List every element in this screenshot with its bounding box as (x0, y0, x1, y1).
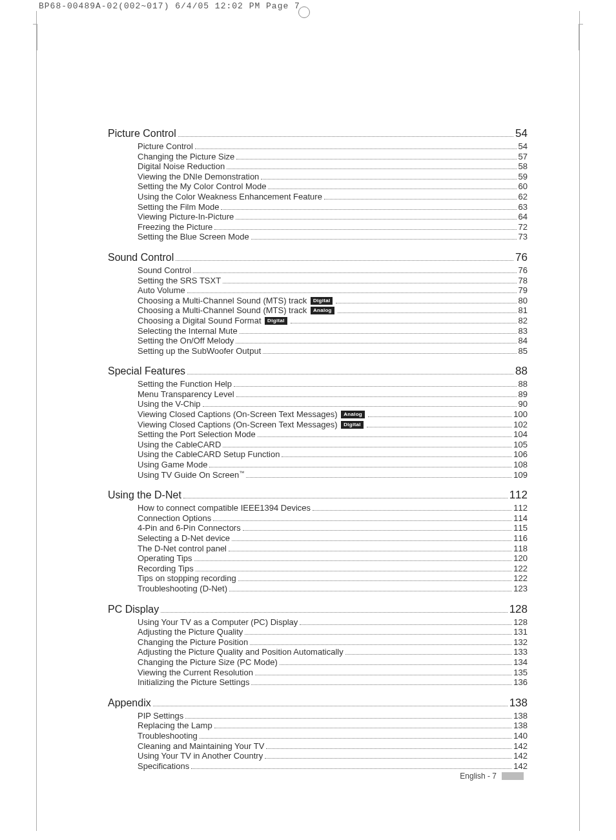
leader-dots (236, 396, 517, 397)
entry-label: Tips on stopping recording (138, 573, 236, 584)
entry-page: 122 (513, 564, 528, 574)
toc-section: Sound Control76Sound Control76Setting th… (108, 251, 528, 356)
toc-entry: Operating Tips120 (138, 553, 528, 564)
leader-dots (227, 169, 516, 169)
entry-label: Adjusting the Picture Quality and Positi… (138, 647, 344, 657)
entry-page: 60 (518, 181, 528, 192)
toc-entry: Troubleshooting (D-Net)123 (138, 584, 528, 594)
toc-entry: Using the Color Weakness Enhancement Fea… (138, 192, 528, 202)
entry-page: 83 (518, 326, 528, 336)
section-page: 54 (515, 127, 528, 140)
entry-page: 123 (513, 584, 528, 594)
entry-page: 59 (518, 172, 528, 182)
leader-dots (238, 580, 512, 581)
toc-entry: Tips on stopping recording122 (138, 573, 528, 584)
leader-dots (282, 456, 511, 457)
entry-page: 58 (518, 161, 528, 172)
toc-entry: Cleaning and Maintaining Your TV142 (138, 741, 528, 752)
toc-section: Picture Control54Picture Control54Changi… (108, 127, 528, 242)
toc-entry: Using Your TV as a Computer (PC) Display… (138, 617, 528, 628)
section-title: Special Features (108, 365, 185, 377)
section-page: 138 (509, 697, 528, 710)
entry-page: 132 (513, 637, 528, 648)
leader-dots (229, 551, 511, 551)
entry-label: Selecting the Internal Mute (138, 326, 238, 336)
entry-page: 104 (513, 429, 528, 440)
leader-dots (255, 675, 511, 675)
entry-page: 84 (518, 336, 528, 346)
entry-page: 131 (513, 627, 528, 637)
entry-page: 73 (518, 232, 528, 242)
section-page: 88 (515, 365, 528, 378)
leader-dots (187, 374, 513, 374)
entry-label: Using the CableCARD (138, 440, 221, 450)
entry-page: 142 (513, 751, 528, 761)
digital-badge: Digital (311, 297, 333, 305)
entry-label: Viewing Picture-In-Picture (138, 212, 234, 222)
entry-label: Replacing the Lamp (138, 721, 212, 731)
leader-dots (209, 467, 511, 467)
toc-entry: Changing the Picture Size57 (138, 152, 528, 162)
page: Picture Control54Picture Control54Changi… (36, 11, 580, 831)
entry-label: Using Game Mode (138, 460, 207, 470)
toc-entry: Changing the Picture Size (PC Mode)134 (138, 657, 528, 668)
entry-label: Using Your TV in Another Country (138, 751, 263, 761)
entry-page: 128 (513, 617, 528, 628)
entry-label: Auto Volume (138, 285, 185, 296)
entry-page: 134 (513, 657, 528, 668)
leader-dots (194, 560, 512, 561)
entry-page: 112 (513, 503, 528, 513)
toc-entry: Choosing a Multi-Channel Sound (MTS) tra… (138, 296, 528, 306)
leader-dots (291, 323, 517, 323)
entry-label: Viewing the DNIe Demonstration (138, 172, 259, 182)
entry-label: The D-Net control panel (138, 544, 227, 554)
entry-label: Initializing the Picture Settings (138, 677, 249, 688)
section-title: Sound Control (108, 252, 174, 263)
section-page: 76 (515, 251, 528, 264)
leader-dots (214, 728, 512, 728)
toc-entry: Troubleshooting140 (138, 731, 528, 741)
footer-text: English - 7 (460, 772, 497, 781)
entry-label: Troubleshooting (D-Net) (138, 584, 227, 594)
toc-entry: Setting the Function Help88 (138, 379, 528, 389)
section-heading: Picture Control54 (108, 127, 528, 140)
toc-entry: Freezing the Picture72 (138, 222, 528, 232)
toc-entry: Choosing a Digital Sound Format Digital8… (138, 316, 528, 326)
leader-dots (191, 768, 511, 769)
entry-label: Selecting a D-Net device (138, 533, 230, 544)
entry-page: 54 (518, 141, 528, 152)
entry-page: 120 (513, 553, 528, 564)
entry-label: Freezing the Picture (138, 222, 212, 232)
toc-entry: Viewing Closed Captions (On-Screen Text … (138, 420, 528, 430)
entry-label: Viewing the Current Resolution (138, 668, 253, 678)
toc-entry: Replacing the Lamp138 (138, 721, 528, 731)
entry-page: 72 (518, 222, 528, 232)
toc-entry: Selecting a D-Net device116 (138, 533, 528, 544)
leader-dots (229, 591, 511, 591)
entry-page: 79 (518, 285, 528, 296)
section-title: Using the D-Net (108, 489, 181, 501)
leader-dots (324, 199, 517, 200)
leader-dots (236, 343, 516, 343)
toc-entry: Using Game Mode108 (138, 460, 528, 470)
leader-dots (245, 634, 511, 635)
entry-label: Picture Control (138, 141, 193, 152)
entry-page: 63 (518, 202, 528, 212)
leader-dots (223, 447, 511, 447)
leader-dots (221, 209, 516, 210)
leader-dots (195, 149, 517, 149)
footer-marker (502, 772, 524, 780)
entry-label: 4-Pin and 6-Pin Connectors (138, 523, 241, 533)
entry-page: 140 (513, 731, 528, 741)
entry-label: Setting the On/Off Melody (138, 336, 234, 346)
section-heading: Appendix138 (108, 697, 528, 710)
leader-dots (345, 654, 512, 655)
leader-dots (234, 386, 517, 387)
entry-page: 106 (513, 449, 528, 460)
toc-entry: Using the CableCARD105 (138, 440, 528, 450)
leader-dots (300, 624, 511, 625)
toc-entry: Viewing Picture-In-Picture64 (138, 212, 528, 222)
analog-badge: Analog (341, 411, 365, 418)
entry-label: Choosing a Digital Sound Format Digital (138, 316, 289, 326)
entry-page: 108 (513, 460, 528, 470)
